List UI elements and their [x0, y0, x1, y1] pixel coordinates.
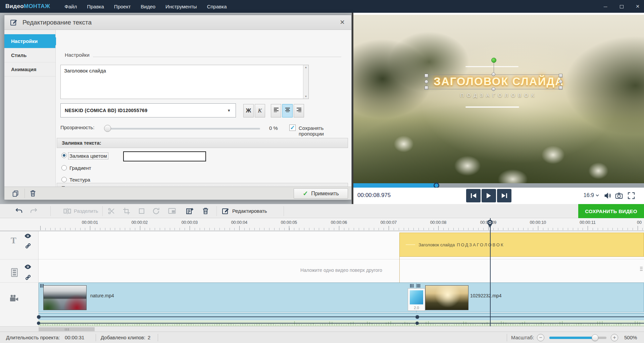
- envelope-node[interactable]: [37, 322, 40, 325]
- tab-settings[interactable]: Настройки: [4, 34, 55, 48]
- undo-icon[interactable]: [15, 207, 23, 215]
- dialog-close-icon[interactable]: ×: [338, 18, 347, 27]
- save-video-button[interactable]: СОХРАНИТЬ ВИДЕО: [578, 204, 644, 218]
- font-select[interactable]: NESKID (COMICA BD) ID120055769▼: [60, 103, 236, 117]
- envelope-node[interactable]: [415, 322, 419, 325]
- eye-icon[interactable]: [24, 263, 32, 270]
- menu-video[interactable]: Видео: [136, 4, 160, 9]
- link-icon[interactable]: [25, 274, 31, 281]
- envelope-line[interactable]: [39, 316, 644, 317]
- handle-right-top[interactable]: [559, 74, 562, 78]
- handle-left-middle[interactable]: [425, 80, 428, 84]
- minimize-button[interactable]: ─: [602, 4, 609, 9]
- clip-thumbnail[interactable]: [43, 285, 87, 310]
- clip-grip[interactable]: [410, 284, 414, 288]
- handle-bottom-center[interactable]: [492, 87, 495, 91]
- align-left-button[interactable]: [271, 104, 281, 117]
- rotate-handle[interactable]: [491, 58, 496, 63]
- rotate-icon[interactable]: [152, 207, 160, 215]
- edit-clip-icon[interactable]: [221, 207, 230, 215]
- timeline-scrollbar[interactable]: [0, 326, 644, 332]
- playhead-line[interactable]: [490, 218, 491, 326]
- gradient-label[interactable]: Градиент: [69, 165, 91, 171]
- align-right-button[interactable]: [294, 104, 304, 117]
- handle-right-bottom[interactable]: [559, 86, 562, 90]
- cut-scissors-icon[interactable]: [107, 207, 115, 215]
- timeline-ruler[interactable]: 00:00:01 00:00:02 00:00:03 00:00:04 00:0…: [0, 218, 644, 231]
- apply-button[interactable]: ✓ Применить: [294, 188, 348, 199]
- overlay-subtitle-text[interactable]: ПОДЗАГОЛОВОК: [353, 92, 644, 98]
- snapshot-camera-icon[interactable]: [615, 192, 623, 200]
- menu-edit[interactable]: Правка: [82, 4, 109, 9]
- pip-icon[interactable]: [168, 207, 176, 215]
- bold-button[interactable]: Ж: [243, 104, 254, 117]
- gradient-radio[interactable]: [61, 165, 67, 170]
- textarea-scrollbar[interactable]: ▲▼: [303, 65, 308, 99]
- aspect-ratio-select[interactable]: 16:9: [584, 192, 599, 198]
- clip-grip[interactable]: [417, 284, 421, 288]
- scroll-up-icon[interactable]: ▲: [303, 66, 308, 69]
- menu-help[interactable]: Справка: [202, 4, 232, 9]
- handle-left-top[interactable]: [425, 74, 428, 78]
- audio-waveform-band[interactable]: [39, 321, 644, 326]
- scroll-down-icon[interactable]: ▼: [303, 95, 308, 98]
- scrollbar-handle[interactable]: [39, 327, 95, 331]
- transition-badge[interactable]: 2.0: [408, 288, 425, 311]
- menu-project[interactable]: Проект: [109, 4, 136, 9]
- eye-icon[interactable]: [24, 233, 32, 239]
- play-button[interactable]: [482, 189, 496, 202]
- prev-frame-button[interactable]: [466, 189, 481, 202]
- handle-right-middle[interactable]: [559, 80, 562, 84]
- opacity-slider-knob[interactable]: [104, 125, 111, 132]
- volume-envelope-band[interactable]: [39, 313, 644, 320]
- zoom-in-button[interactable]: +: [611, 334, 618, 341]
- envelope-node[interactable]: [37, 315, 41, 319]
- audio-envelope-line[interactable]: [39, 323, 644, 324]
- next-frame-button[interactable]: [497, 189, 511, 202]
- tab-animation[interactable]: Анимация: [4, 62, 55, 77]
- italic-button[interactable]: К: [255, 104, 265, 117]
- copy-icon[interactable]: [12, 190, 19, 197]
- envelope-node[interactable]: [415, 315, 419, 319]
- handle-top-center[interactable]: [492, 72, 495, 76]
- zoom-slider[interactable]: [549, 337, 606, 339]
- texture-radio[interactable]: [61, 177, 67, 182]
- mask-icon[interactable]: [138, 207, 146, 215]
- vertical-scroll-handle[interactable]: [640, 267, 643, 276]
- delete-clip-icon[interactable]: [202, 207, 209, 215]
- split-label[interactable]: Разделить: [74, 208, 98, 214]
- menu-tools[interactable]: Инструменты: [160, 4, 202, 9]
- keep-proportions-checkbox[interactable]: ✓: [289, 125, 296, 131]
- tab-style[interactable]: Стиль: [4, 48, 55, 62]
- clip-name[interactable]: nature.mp4: [90, 293, 114, 298]
- link-icon[interactable]: [25, 243, 31, 249]
- zoom-slider-knob[interactable]: [592, 334, 598, 341]
- clip-name[interactable]: 10292232.mp4: [470, 293, 501, 298]
- clip-thumbnail[interactable]: [425, 285, 468, 310]
- zoom-out-button[interactable]: −: [537, 334, 544, 341]
- text-content-input[interactable]: Заголовок слайда: [60, 65, 309, 99]
- edit-clip-label[interactable]: Редактировать: [232, 208, 267, 214]
- handle-left-bottom[interactable]: [425, 86, 428, 90]
- playhead-marker[interactable]: [487, 219, 493, 228]
- fill-color-label[interactable]: Заливка цветом: [68, 153, 108, 159]
- close-button[interactable]: ×: [634, 3, 641, 10]
- trash-icon[interactable]: [29, 190, 37, 197]
- crop-icon[interactable]: [122, 207, 131, 215]
- volume-icon[interactable]: [604, 192, 612, 200]
- video-canvas[interactable]: ЗАГОЛОВОК СЛАЙДА ПОДЗАГОЛОВОК: [353, 15, 644, 183]
- edit-text-icon: [10, 18, 18, 27]
- fill-color-swatch[interactable]: [123, 151, 206, 161]
- fill-color-radio[interactable]: [61, 153, 67, 158]
- add-titles-icon[interactable]: [186, 207, 194, 215]
- seek-bar[interactable]: [353, 183, 644, 188]
- text-clip[interactable]: Заголовок слайда ПОДЗАГОЛОВОК: [399, 233, 644, 257]
- menu-file[interactable]: Файл: [59, 4, 82, 9]
- maximize-button[interactable]: [618, 4, 625, 9]
- split-icon[interactable]: [63, 207, 71, 215]
- fullscreen-icon[interactable]: [627, 192, 635, 200]
- texture-label[interactable]: Текстура: [69, 177, 90, 183]
- align-center-button[interactable]: [282, 104, 293, 117]
- redo-icon[interactable]: [30, 207, 38, 215]
- opacity-slider[interactable]: [107, 128, 260, 130]
